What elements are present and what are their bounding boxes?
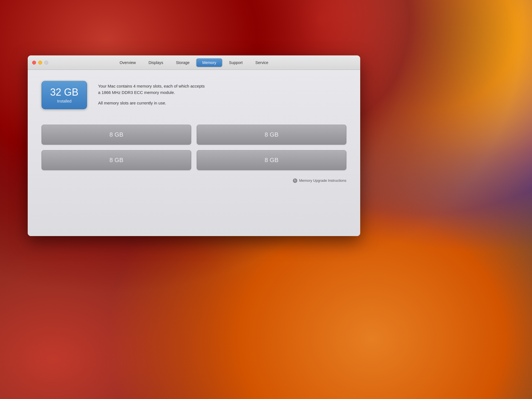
memory-slot-4: 8 GB [197,150,346,170]
tabs-bar: Overview Displays Storage Memory Support… [114,58,274,67]
installed-label: Installed [50,99,78,103]
tab-storage[interactable]: Storage [170,58,195,67]
memory-header: 32 GB Installed Your Mac contains 4 memo… [42,81,346,111]
memory-description-line1: Your Mac contains 4 memory slots, each o… [98,83,205,96]
tab-memory[interactable]: Memory [196,58,222,67]
memory-slots-grid: 8 GB 8 GB 8 GB 8 GB [42,125,346,170]
tab-service[interactable]: Service [250,58,274,67]
tab-overview[interactable]: Overview [114,58,142,67]
upgrade-link-label: Memory Upgrade Instructions [299,178,346,183]
minimize-button[interactable] [38,61,42,65]
memory-content: 32 GB Installed Your Mac contains 4 memo… [28,70,360,236]
memory-badge: 32 GB Installed [42,81,87,109]
close-button[interactable] [32,61,36,65]
about-this-mac-window: Overview Displays Storage Memory Support… [28,55,360,236]
titlebar: Overview Displays Storage Memory Support… [28,55,360,70]
maximize-button[interactable] [44,61,48,65]
memory-slot-1: 8 GB [42,125,191,145]
memory-slots-status: All memory slots are currently in use. [98,100,205,106]
upgrade-arrow-icon: ↻ [293,178,297,183]
footer-row: ↻ Memory Upgrade Instructions [42,178,346,183]
memory-slot-2: 8 GB [197,125,346,145]
memory-size: 32 GB [50,87,78,98]
tab-displays[interactable]: Displays [143,58,169,67]
memory-slot-3: 8 GB [42,150,191,170]
memory-info: Your Mac contains 4 memory slots, each o… [98,81,205,111]
tab-support[interactable]: Support [223,58,249,67]
memory-upgrade-link[interactable]: ↻ Memory Upgrade Instructions [293,178,346,183]
traffic-lights [32,61,48,65]
